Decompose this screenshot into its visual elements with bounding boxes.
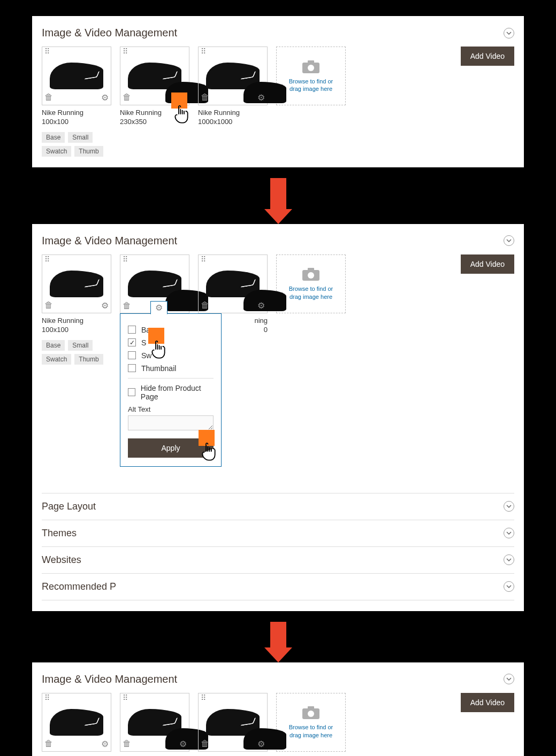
alt-text-input[interactable] — [128, 415, 214, 430]
trash-icon[interactable]: 🗑 — [44, 92, 53, 103]
checkbox-small[interactable] — [128, 338, 136, 346]
option-label: Thumbnail — [141, 364, 176, 373]
trash-icon[interactable]: 🗑 — [44, 300, 53, 311]
upload-dropzone[interactable]: Browse to find ordrag image here — [276, 693, 346, 752]
collapse-toggle[interactable] — [504, 501, 514, 512]
upload-hint: Browse to find ordrag image here — [289, 78, 333, 93]
accordion-themes[interactable]: Themes — [42, 520, 514, 546]
checkbox-swatch[interactable] — [128, 351, 136, 359]
role-tag: Small — [68, 132, 93, 143]
drag-handle-icon[interactable]: ⠿ — [201, 49, 207, 53]
trash-icon[interactable]: 🗑 — [123, 301, 131, 311]
alt-text-label: Alt Text — [128, 405, 214, 413]
drag-handle-icon[interactable]: ⠿ — [44, 696, 51, 700]
image-card[interactable]: ⠿ 🗑 ⚙ — [198, 693, 268, 752]
collapse-toggle[interactable] — [504, 581, 514, 592]
gear-icon[interactable]: ⚙ — [101, 300, 109, 311]
drag-handle-icon[interactable]: ⠿ — [123, 696, 129, 700]
accordion-websites[interactable]: Websites — [42, 546, 514, 573]
collapse-toggle[interactable] — [504, 528, 514, 538]
checkbox-thumbnail[interactable] — [128, 364, 136, 372]
trash-icon[interactable]: 🗑 — [44, 739, 53, 749]
image-size-partial: 0 — [264, 326, 268, 334]
image-size: 1000x1000 — [198, 118, 232, 126]
upload-hint: Browse to find ordrag image here — [289, 285, 333, 300]
checkbox-base[interactable] — [128, 326, 136, 334]
image-card[interactable]: ⠿ 🗑 ⚙ — [198, 47, 268, 105]
image-settings-popover: ⚙ Base S Sw Thumbnail — [120, 313, 222, 467]
collapse-toggle[interactable] — [504, 235, 514, 246]
drag-handle-icon[interactable]: ⠿ — [123, 49, 129, 53]
arrow-down-icon — [270, 622, 286, 649]
gear-icon[interactable]: ⚙ — [257, 300, 265, 311]
collapse-toggle[interactable] — [504, 28, 514, 38]
chevron-down-icon — [506, 557, 512, 562]
add-video-button[interactable]: Add Video — [461, 47, 514, 66]
accordion-recommended[interactable]: Recommended P — [42, 573, 514, 600]
upload-dropzone[interactable]: Browse to find ordrag image here — [276, 254, 346, 313]
upload-dropzone[interactable]: Browse to find ordrag image here — [276, 47, 346, 105]
section-title: Image & Video Management — [42, 235, 177, 247]
add-video-button[interactable]: Add Video — [461, 254, 514, 274]
checkbox-hide[interactable] — [128, 388, 135, 396]
panel-step-2: Image & Video Management ⠿ 🗑 ⚙ Nike Run — [32, 224, 524, 611]
panel-step-1: Image & Video Management ⠿ 🗑 ⚙ Nike Run — [32, 16, 524, 167]
image-card[interactable]: ⠿ 🗑 ⚙ — [42, 47, 111, 105]
divider — [128, 378, 214, 379]
image-name: Nike Running — [42, 109, 83, 117]
trash-icon[interactable]: 🗑 — [201, 300, 209, 311]
camera-icon — [301, 59, 321, 74]
gear-icon[interactable]: ⚙ — [101, 92, 109, 103]
chevron-down-icon — [506, 530, 512, 536]
drag-handle-icon[interactable]: ⠿ — [201, 696, 207, 700]
collapse-toggle[interactable] — [504, 554, 514, 565]
camera-icon — [301, 705, 321, 720]
drag-handle-icon[interactable]: ⠿ — [123, 257, 129, 261]
image-card[interactable]: ⠿ 🗑 ⚙ — [42, 693, 111, 752]
svg-rect-7 — [308, 706, 314, 709]
image-name-partial: ning — [254, 317, 268, 325]
image-name: Nike Running — [42, 317, 83, 325]
drag-handle-icon[interactable]: ⠿ — [201, 257, 207, 261]
svg-point-8 — [308, 711, 314, 717]
drag-handle-icon[interactable]: ⠿ — [44, 49, 51, 53]
chevron-down-icon — [506, 238, 512, 243]
collapse-toggle[interactable] — [504, 674, 514, 684]
option-label: S — [141, 338, 146, 347]
gear-tab[interactable]: ⚙ — [150, 301, 167, 314]
role-tag: Thumb — [74, 146, 103, 157]
role-tag: Swatch — [42, 354, 71, 365]
accordion-page-layout[interactable]: Page Layout — [42, 493, 514, 520]
section-title: Image & Video Management — [42, 27, 177, 39]
svg-rect-4 — [308, 268, 314, 271]
role-tag: Base — [42, 132, 65, 143]
image-card[interactable]: ⠿ 🗑 ⚙ — [42, 254, 111, 313]
gear-icon[interactable]: ⚙ — [257, 92, 265, 103]
chevron-down-icon — [506, 584, 512, 589]
image-card[interactable]: ⠿ 🗑 ⚙ — [198, 254, 268, 313]
upload-hint: Browse to find ordrag image here — [289, 723, 333, 739]
image-size: 230x350 — [120, 118, 147, 126]
gear-icon: ⚙ — [155, 303, 163, 313]
image-size: 100x100 — [42, 326, 68, 334]
trash-icon[interactable]: 🗑 — [123, 739, 131, 749]
drag-handle-icon[interactable]: ⠿ — [44, 257, 51, 261]
image-name: Nike Running — [198, 109, 240, 117]
trash-icon[interactable]: 🗑 — [123, 92, 131, 103]
role-tag: Swatch — [42, 146, 71, 157]
section-title: Image & Video Management — [42, 673, 177, 685]
gear-icon[interactable]: ⚙ — [257, 739, 265, 749]
role-tag: Small — [68, 340, 93, 351]
camera-icon — [301, 267, 321, 282]
gear-icon[interactable]: ⚙ — [101, 739, 109, 749]
image-name: Nike Running — [120, 109, 162, 117]
chevron-down-icon — [506, 504, 512, 509]
trash-icon[interactable]: 🗑 — [201, 92, 209, 103]
gear-icon[interactable]: ⚙ — [179, 739, 187, 749]
image-card[interactable]: ⠿ 🗑 ⚙ — [120, 693, 189, 752]
trash-icon[interactable]: 🗑 — [201, 739, 209, 749]
chevron-down-icon — [506, 676, 512, 682]
role-tag: Thumb — [74, 354, 103, 365]
add-video-button[interactable]: Add Video — [461, 693, 514, 712]
svg-rect-1 — [308, 60, 314, 64]
